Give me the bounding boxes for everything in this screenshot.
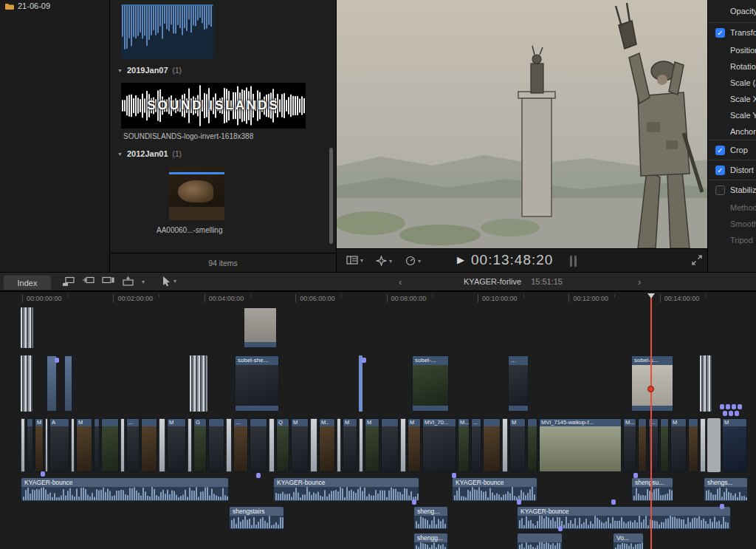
timeline-video-clip[interactable]: M	[291, 418, 309, 472]
overwrite-clip-button[interactable]	[122, 276, 135, 287]
timeline-video-clip[interactable]: ...	[233, 418, 248, 472]
timeline-audio-clip[interactable]: shengg...	[413, 533, 448, 549]
timeline-marker[interactable]	[726, 404, 730, 409]
insert-clip-button[interactable]	[82, 276, 95, 287]
timeline-video-clip[interactable]	[94, 418, 100, 472]
timeline-marker[interactable]	[735, 411, 739, 416]
inspector-row-scale-y[interactable]: Scale Y	[708, 107, 756, 123]
enhancements-button[interactable]: ▾	[376, 256, 392, 266]
timeline-thin-clip[interactable]	[310, 418, 317, 472]
timeline-video-clip[interactable]	[660, 418, 669, 472]
timeline-thin-clip[interactable]	[120, 418, 125, 472]
timeline-video-clip[interactable]: M	[722, 418, 747, 472]
video-clip-thumbnail[interactable]	[169, 167, 224, 220]
timeline-marker[interactable]	[729, 411, 733, 416]
timeline-video-clip[interactable]: M	[76, 418, 92, 472]
timeline-video-clip[interactable]: Q	[276, 418, 289, 472]
timeline-video-clip[interactable]: A	[49, 418, 69, 472]
connect-clip-button[interactable]	[62, 276, 75, 287]
checkbox[interactable]: ✓	[715, 166, 725, 175]
timeline-connected-clip[interactable]	[244, 307, 277, 348]
timeline-video-clip[interactable]: G	[193, 418, 207, 472]
timeline-video-clip[interactable]	[527, 418, 537, 472]
timeline-audio-clip[interactable]: Vo...	[613, 533, 644, 549]
tool-select-button[interactable]: ▾	[162, 276, 176, 287]
timeline-video-clip[interactable]	[483, 418, 501, 472]
browser-group-2012jan01[interactable]: ▼ 2012Jan01 (1)	[117, 149, 182, 159]
timeline-video-clip[interactable]	[250, 418, 267, 472]
timeline-thin-clip[interactable]	[159, 418, 165, 472]
timeline-video-clip[interactable]: M	[670, 418, 687, 472]
video-frame[interactable]	[337, 0, 707, 248]
timeline-marker[interactable]	[558, 526, 563, 531]
timeline-gap-clip[interactable]	[707, 418, 721, 472]
playhead-handle[interactable]	[647, 293, 655, 299]
timeline-video-clip[interactable]	[688, 418, 698, 472]
timeline-thin-clip-group[interactable]	[700, 355, 712, 412]
audio-waveform-thumbnail[interactable]	[121, 4, 213, 59]
timeline-connected-clip[interactable]: sobel-she...	[235, 355, 279, 412]
timeline-video-clip[interactable]: M	[343, 418, 357, 472]
timeline-marker[interactable]	[517, 499, 521, 505]
inspector-row-stabiliz[interactable]: Stabiliz	[708, 180, 756, 200]
inspector-row-crop[interactable]: ✓Crop	[708, 140, 756, 160]
timeline-audio-clip[interactable]: shengsu...	[631, 477, 673, 502]
inspector-row-rotation[interactable]: Rotation	[708, 58, 756, 75]
inspector-row-tripod[interactable]: Tripod	[708, 232, 756, 248]
inspector-row-transform[interactable]: ✓Transform	[708, 22, 756, 43]
timeline-marker[interactable]	[55, 358, 59, 363]
timeline-thin-clip[interactable]	[502, 418, 508, 472]
timeline-audio-clip[interactable]: shengstairs	[229, 506, 284, 530]
timeline-video-clip[interactable]: MVI_70...	[422, 418, 456, 472]
playhead[interactable]	[650, 293, 652, 549]
timeline-audio-clip[interactable]: KYAGER-bounce	[452, 477, 537, 502]
timeline-thin-clip[interactable]	[64, 355, 72, 412]
timeline-audio-clip[interactable]: KYAGER-bounce	[517, 506, 731, 530]
timeline-thin-clip[interactable]	[21, 418, 25, 472]
chevron-down-icon[interactable]: ▾	[142, 279, 145, 285]
timeline-thin-clip[interactable]	[71, 418, 75, 472]
timeline-marker[interactable]	[732, 404, 736, 409]
timeline-video-clip[interactable]: M	[167, 418, 186, 472]
previous-project-button[interactable]: ‹	[399, 276, 402, 287]
inspector-row-anchor[interactable]: Anchor	[708, 123, 756, 140]
disclosure-triangle-icon[interactable]: ▼	[117, 151, 123, 157]
index-button[interactable]: Index	[3, 275, 52, 290]
next-project-button[interactable]: ›	[638, 276, 641, 287]
disclosure-triangle-icon[interactable]: ▼	[117, 68, 123, 73]
timeline-thin-clip-group[interactable]	[190, 355, 207, 412]
timeline-video-clip[interactable]	[208, 418, 224, 472]
timeline-video-clip[interactable]: M	[509, 418, 526, 472]
timeline[interactable]: 00:00:00:0000:02:00:0000:04:00:0000:06:0…	[0, 291, 756, 549]
timeline-thin-clip[interactable]	[700, 418, 706, 472]
timeline-marker[interactable]	[720, 504, 724, 509]
timeline-connected-clip[interactable]: ...	[508, 355, 529, 412]
timeline-connected-clip[interactable]: sobel-s...	[631, 355, 673, 412]
timeline-video-clip[interactable]: M	[408, 418, 421, 472]
inspector-row-opacity[interactable]: Opacity	[708, 0, 756, 22]
timeline-marker[interactable]	[41, 471, 45, 477]
inspector-row-position[interactable]: Position	[708, 42, 756, 58]
timeline-thin-clip[interactable]	[337, 418, 341, 472]
timeline-marker[interactable]	[738, 404, 742, 409]
timeline-thin-clip[interactable]	[400, 418, 406, 472]
timeline-thin-clip[interactable]	[47, 355, 57, 412]
timeline-video-clip[interactable]	[27, 418, 33, 472]
timeline-marker[interactable]	[452, 473, 456, 478]
append-clip-button[interactable]	[102, 276, 115, 287]
checkbox[interactable]: ✓	[715, 28, 725, 38]
timeline-video-clip[interactable]	[381, 418, 399, 472]
inspector-row-distort[interactable]: ✓Distort	[708, 160, 756, 180]
timeline-marker[interactable]	[256, 473, 261, 478]
timeline-video-clip[interactable]: M..	[319, 418, 335, 472]
play-button[interactable]: ▶	[457, 254, 464, 265]
timeline-audio-clip[interactable]	[517, 533, 563, 549]
inspector-row-scale-x[interactable]: Scale X	[708, 91, 756, 107]
browser-scrollbar[interactable]	[329, 148, 333, 244]
timeline-marker[interactable]	[611, 499, 616, 505]
logo-thumbnail[interactable]: SOUND ISLANDS	[121, 83, 306, 129]
timeline-marker[interactable]	[723, 411, 727, 416]
retime-button[interactable]: ▾	[405, 256, 421, 266]
timeline-connected-clip[interactable]: sobel-...	[412, 355, 449, 412]
timeline-marker[interactable]	[720, 404, 724, 409]
